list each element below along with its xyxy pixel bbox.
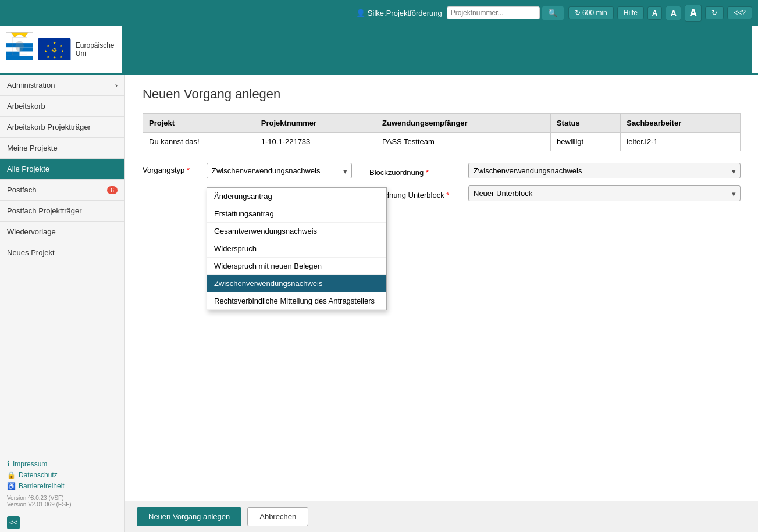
sidebar-item-neues-projekt-label: Neues Projekt <box>7 248 55 257</box>
search-button[interactable]: 🔍 <box>542 6 564 20</box>
sidebar-footer-section: ℹ Impressum 🔒 Datenschutz ♿ Barrierefrei… <box>0 454 124 532</box>
dropdown-option-widerspruch[interactable]: Widerspruch <box>207 240 386 258</box>
svg-text:★: ★ <box>47 43 49 47</box>
submit-button[interactable]: Neuen Vorgang anlegen <box>137 507 241 526</box>
page-title: Neuen Vorgang anlegen <box>143 87 741 102</box>
cell-zuwendungsempfaenger: PASS Testteam <box>376 133 551 151</box>
font-medium-label: A <box>670 8 677 18</box>
sidebar-nav: Administration › Arbeitskorb Arbeitskorb… <box>0 75 124 263</box>
back-button[interactable]: <<? <box>727 6 752 19</box>
sidebar: Administration › Arbeitskorb Arbeitskorb… <box>0 75 125 532</box>
font-medium-button[interactable]: A <box>666 6 681 20</box>
svg-text:★: ★ <box>53 55 56 59</box>
user-info: 👤 Silke.Projektförderung <box>356 9 442 17</box>
vorgangstyp-dropdown[interactable]: Änderungsantrag Erstattungsantrag Gesamt… <box>207 187 387 310</box>
svg-rect-8 <box>6 60 33 67</box>
col-status: Status <box>550 114 620 133</box>
dropdown-option-erstattungsantrag[interactable]: Erstattungsantrag <box>207 205 386 223</box>
svg-rect-5 <box>6 51 20 55</box>
form-section: Vorgangstyp * Zwischenverwendungsnachwei… <box>143 163 741 208</box>
dropdown-option-gesamtverwendungsnachweis[interactable]: Gesamtverwendungsnachweis <box>207 223 386 240</box>
sidebar-item-meine-projekte-label: Meine Projekte <box>7 144 58 152</box>
impressum-link[interactable]: ℹ Impressum <box>7 460 118 468</box>
help-label: Hilfe <box>624 9 638 17</box>
sidebar-item-arbeitskorb-projekttraeger-label: Arbeitskorb Projektträger <box>7 123 91 131</box>
eu-label: Europäische Uni <box>76 41 122 58</box>
info-icon: ℹ <box>7 460 10 468</box>
session-timer-button[interactable]: ↻ 600 min <box>568 6 614 19</box>
coat-of-arms-icon <box>6 31 33 69</box>
vorgangstyp-select-wrapper: Zwischenverwendungsnachweis <box>207 163 352 178</box>
shield-icon: 🔒 <box>7 471 16 479</box>
dropdown-option-rechtsverbindliche[interactable]: Rechtsverbindliche Mitteilung des Antrag… <box>207 292 386 310</box>
dropdown-option-aenderungsantrag[interactable]: Änderungsantrag <box>207 188 386 205</box>
dropdown-option-zwischenverwendungsnachweis[interactable]: Zwischenverwendungsnachweis <box>207 275 386 292</box>
refresh-button[interactable]: ↻ <box>705 6 724 19</box>
zuordnung-unterblock-group: Zuordnung Unterblock * Neuer Unterblock … <box>369 185 741 201</box>
svg-text:★: ★ <box>59 43 62 47</box>
blockzuordnung-select-wrapper: Zwischenverwendungsnachweis ▾ <box>468 163 741 178</box>
blockzuordnung-select[interactable]: Zwischenverwendungsnachweis <box>468 163 741 178</box>
table-row: Du kannst das! 1-10.1-221733 PASS Testte… <box>143 133 741 151</box>
svg-text:★: ★ <box>59 54 62 58</box>
collapse-sidebar-button[interactable]: << <box>7 516 20 529</box>
user-icon: 👤 <box>356 9 365 17</box>
font-large-label: A <box>689 7 697 19</box>
datenschutz-link[interactable]: 🔒 Datenschutz <box>7 471 118 479</box>
sidebar-item-arbeitskorb[interactable]: Arbeitskorb <box>0 96 124 117</box>
vorgangstyp-label: Vorgangstyp * <box>143 163 201 174</box>
bottom-bar: Neuen Vorgang anlegen Abbrechen <box>125 501 758 532</box>
sidebar-item-arbeitskorb-label: Arbeitskorb <box>7 102 45 110</box>
top-bar: 👤 Silke.Projektförderung 🔍 ↻ 600 min Hil… <box>0 0 758 26</box>
sidebar-item-postfach-projekttraeger[interactable]: Postfach Projektträger <box>0 201 124 222</box>
sidebar-item-postfach[interactable]: Postfach 6 <box>0 180 124 201</box>
project-table: Projekt Projektnummer Zuwendungsempfänge… <box>143 113 741 151</box>
sidebar-item-meine-projekte[interactable]: Meine Projekte <box>0 138 124 159</box>
col-projekt: Projekt <box>143 114 255 133</box>
project-search-input[interactable] <box>447 6 540 19</box>
col-sachbearbeiter: Sachbearbeiter <box>621 114 741 133</box>
font-small-button[interactable]: A <box>647 6 663 20</box>
block-section: Blockzuordnung * Zwischenverwendungsnach… <box>369 163 741 208</box>
username: Silke.Projektförderung <box>368 9 442 17</box>
vorgangstyp-group: Vorgangstyp * Zwischenverwendungsnachwei… <box>143 163 352 178</box>
chevron-right-icon: › <box>115 81 118 90</box>
svg-text:★: ★ <box>62 49 65 53</box>
cell-projektnummer: 1-10.1-221733 <box>255 133 376 151</box>
svg-text:★: ★ <box>51 48 54 52</box>
svg-rect-6 <box>20 51 34 55</box>
sidebar-item-wiedervorlage-label: Wiedervorlage <box>7 227 56 236</box>
svg-point-11 <box>15 41 24 51</box>
cell-status: bewilligt <box>550 133 620 151</box>
blockzuordnung-group: Blockzuordnung * Zwischenverwendungsnach… <box>369 163 741 178</box>
cell-sachbearbeiter: leiter.I2-1 <box>621 133 741 151</box>
svg-text:★: ★ <box>55 48 58 52</box>
svg-text:★: ★ <box>47 54 49 58</box>
vorgangstyp-select[interactable]: Zwischenverwendungsnachweis <box>207 163 352 178</box>
session-timer-label: ↻ 600 min <box>575 9 607 17</box>
col-projektnummer: Projektnummer <box>255 114 376 133</box>
blockzuordnung-required: * <box>426 168 429 177</box>
dropdown-option-widerspruch-belege[interactable]: Widerspruch mit neuen Belegen <box>207 258 386 275</box>
sidebar-item-administration-label: Administration <box>7 81 55 90</box>
sidebar-item-arbeitskorb-projekttraeger[interactable]: Arbeitskorb Projektträger <box>0 117 124 138</box>
top-actions: ↻ 600 min Hilfe A A A ↻ <<? <box>568 5 752 22</box>
version-info: Version ^8.0.23 (VSF) Version V2.01.069 … <box>7 495 118 508</box>
zuordnung-unterblock-select[interactable]: Neuer Unterblock <box>468 185 741 201</box>
zuordnung-unterblock-required: * <box>446 191 449 199</box>
dropdown-list: Änderungsantrag Erstattungsantrag Gesamt… <box>207 188 386 310</box>
svg-rect-7 <box>6 55 33 59</box>
accessibility-icon: ♿ <box>7 482 16 490</box>
sidebar-item-alle-projekte[interactable]: Alle Projekte <box>0 159 124 180</box>
blockzuordnung-label: Blockzuordnung * <box>369 165 462 177</box>
sidebar-item-postfach-label: Postfach <box>7 185 37 194</box>
svg-text:★: ★ <box>45 49 48 53</box>
sidebar-item-neues-projekt[interactable]: Neues Projekt <box>0 242 124 263</box>
barrierefreiheit-link[interactable]: ♿ Barrierefreiheit <box>7 482 118 490</box>
sidebar-item-administration[interactable]: Administration › <box>0 75 124 96</box>
cancel-button[interactable]: Abbrechen <box>247 507 308 526</box>
sidebar-item-alle-projekte-label: Alle Projekte <box>7 165 49 173</box>
sidebar-item-wiedervorlage[interactable]: Wiedervorlage <box>0 222 124 242</box>
font-large-button[interactable]: A <box>685 5 702 22</box>
help-button[interactable]: Hilfe <box>617 6 644 19</box>
